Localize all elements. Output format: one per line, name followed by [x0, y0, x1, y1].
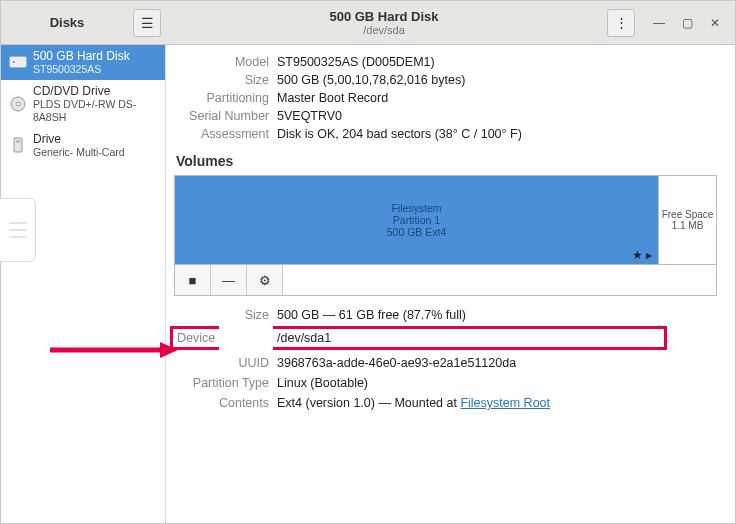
part-type-value: Linux (Bootable): [277, 374, 717, 390]
part-contents-value: Ext4 (version 1.0) — Mounted at Filesyst…: [277, 394, 717, 410]
prop-serial-label: Serial Number: [174, 109, 269, 123]
maximize-icon: ▢: [682, 16, 693, 30]
part-uuid-value: 3968763a-adde-46e0-ae93-e2a1e51120da: [277, 354, 717, 370]
sidebar-item-sublabel: PLDS DVD+/-RW DS-8A8SH: [33, 98, 157, 123]
sidebar-item-cdrom[interactable]: CD/DVD Drive PLDS DVD+/-RW DS-8A8SH: [1, 80, 165, 128]
bootable-star-icon: ★ ▸: [632, 248, 652, 262]
hamburger-icon: ☰: [141, 15, 154, 31]
gear-icon: ⚙: [259, 273, 271, 288]
prop-size-value: 500 GB (5,00,10,78,62,016 bytes): [277, 73, 717, 87]
filesystem-root-link[interactable]: Filesystem Root: [460, 396, 550, 410]
part-device-label: Device: [170, 326, 219, 350]
svg-point-1: [13, 61, 15, 63]
volume-partition-1[interactable]: Filesystem Partition 1 500 GB Ext4 ★ ▸: [175, 176, 658, 264]
titlebar: Disks ☰ 500 GB Hard Disk /dev/sda ⋮ — ▢ …: [1, 1, 735, 45]
cdrom-icon: [9, 95, 27, 113]
side-tab-stub: [0, 198, 36, 262]
sidebar-item-hard-disk[interactable]: 500 GB Hard Disk ST9500325AS: [1, 45, 165, 80]
sidebar-item-drive[interactable]: Drive Generic- Multi-Card: [1, 128, 165, 163]
minimize-icon: —: [653, 16, 665, 30]
volume-toolbar: ■ — ⚙: [174, 265, 717, 296]
prop-assessment-label: Assessment: [174, 127, 269, 141]
window-subtitle: /dev/sda: [161, 24, 607, 36]
kebab-icon: ⋮: [615, 15, 628, 30]
part-type-label: Partition Type: [174, 374, 269, 390]
sidebar-item-label: Drive: [33, 132, 125, 146]
window-title-block: 500 GB Hard Disk /dev/sda: [161, 9, 607, 36]
app-menu-button[interactable]: ☰: [133, 9, 161, 37]
part-size-value: 500 GB — 61 GB free (87.7% full): [277, 306, 717, 322]
close-icon: ✕: [710, 16, 720, 30]
sidebar-item-label: CD/DVD Drive: [33, 84, 157, 98]
prop-serial-value: 5VEQTRV0: [277, 109, 717, 123]
volume-partition-label: Partition 1: [387, 214, 447, 226]
stop-icon: ■: [189, 273, 197, 288]
minus-icon: —: [222, 273, 235, 288]
svg-rect-5: [16, 140, 20, 143]
part-device-value: /dev/sda1: [273, 326, 667, 350]
volumes-grid: Filesystem Partition 1 500 GB Ext4 ★ ▸ F…: [174, 175, 717, 265]
prop-assessment-value: Disk is OK, 204 bad sectors (38° C / 100…: [277, 127, 717, 141]
svg-rect-0: [10, 57, 26, 67]
maximize-button[interactable]: ▢: [675, 11, 699, 35]
sidebar-item-label: 500 GB Hard Disk: [33, 49, 130, 63]
volumes-header: Volumes: [176, 153, 717, 169]
part-uuid-label: UUID: [174, 354, 269, 370]
hard-disk-icon: [9, 53, 27, 71]
partition-properties: Size 500 GB — 61 GB free (87.7% full) De…: [174, 306, 717, 410]
sidebar-item-sublabel: ST9500325AS: [33, 63, 130, 76]
free-space-label: Free Space: [662, 209, 714, 220]
unmount-button[interactable]: ■: [175, 265, 211, 295]
contents-prefix: Ext4 (version 1.0) — Mounted at: [277, 396, 460, 410]
volume-size-label: 500 GB Ext4: [387, 226, 447, 238]
prop-partitioning-value: Master Boot Record: [277, 91, 717, 105]
prop-partitioning-label: Partitioning: [174, 91, 269, 105]
close-button[interactable]: ✕: [703, 11, 727, 35]
svg-point-3: [16, 102, 20, 106]
delete-partition-button[interactable]: —: [211, 265, 247, 295]
disks-window: Disks ☰ 500 GB Hard Disk /dev/sda ⋮ — ▢ …: [0, 0, 736, 524]
disk-properties: Model ST9500325AS (D005DEM1) Size 500 GB…: [174, 55, 717, 141]
free-space-size: 1.1 MB: [672, 220, 704, 231]
prop-model-value: ST9500325AS (D005DEM1): [277, 55, 717, 69]
device-sidebar: 500 GB Hard Disk ST9500325AS CD/DVD Driv…: [1, 45, 166, 523]
disk-actions-menu-button[interactable]: ⋮: [607, 9, 635, 37]
window-title: 500 GB Hard Disk: [161, 9, 607, 24]
part-size-label: Size: [174, 306, 269, 322]
detail-pane: Model ST9500325AS (D005DEM1) Size 500 GB…: [166, 45, 735, 523]
partition-options-button[interactable]: ⚙: [247, 265, 283, 295]
part-contents-label: Contents: [174, 394, 269, 410]
app-title: Disks: [9, 15, 125, 30]
removable-drive-icon: [9, 136, 27, 154]
minimize-button[interactable]: —: [647, 11, 671, 35]
volume-free-space[interactable]: Free Space 1.1 MB: [658, 176, 716, 264]
prop-model-label: Model: [174, 55, 269, 69]
prop-size-label: Size: [174, 73, 269, 87]
volume-fs-label: Filesystem: [387, 202, 447, 214]
sidebar-item-sublabel: Generic- Multi-Card: [33, 146, 125, 159]
